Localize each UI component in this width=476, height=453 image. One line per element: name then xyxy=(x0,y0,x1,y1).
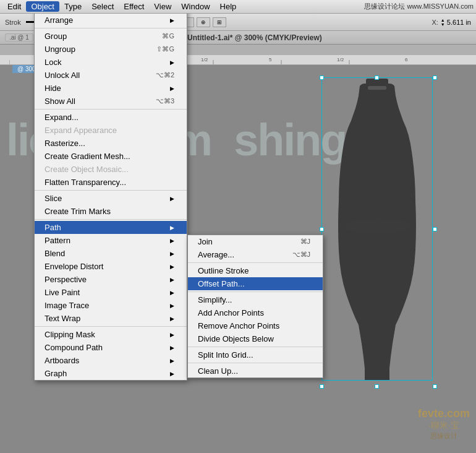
menu-item-create-trim-marks[interactable]: Create Trim Marks xyxy=(35,205,187,218)
menu-window[interactable]: Window xyxy=(176,1,215,12)
site-watermark: 思缘设计论坛 www.MISSYUAN.com xyxy=(364,2,474,11)
svg-point-14 xyxy=(343,218,411,233)
menu-type[interactable]: Type xyxy=(59,1,87,12)
svg-text:6: 6 xyxy=(405,57,408,63)
doc-tab-small[interactable]: .ai @ 1 xyxy=(9,34,29,41)
svg-rect-13 xyxy=(368,86,386,90)
menu-item-arrange[interactable]: Arrange xyxy=(35,14,187,27)
menu-item-rasterize[interactable]: Rasterize... xyxy=(35,137,187,150)
svg-text:5: 5 xyxy=(269,57,272,63)
menu-item-show-all[interactable]: Show All ⌥⌘3 xyxy=(35,95,187,108)
menu-item-group[interactable]: Group ⌘G xyxy=(35,30,187,43)
menu-item-expand-appearance[interactable]: Expand Appearance xyxy=(35,124,187,137)
svg-text:1/2: 1/2 xyxy=(337,57,344,63)
menu-item-pattern[interactable]: Pattern xyxy=(35,234,187,247)
menu-item-expand[interactable]: Expand... xyxy=(35,111,187,124)
menu-item-live-paint[interactable]: Live Paint xyxy=(35,286,187,299)
menu-item-ungroup[interactable]: Ungroup ⇧⌘G xyxy=(35,43,187,56)
menu-object[interactable]: Object xyxy=(26,1,59,12)
menu-item-flatten-transparency[interactable]: Flatten Transparency... xyxy=(35,176,187,189)
stroke-label: Strok xyxy=(5,19,21,26)
menu-help[interactable]: Help xyxy=(215,1,242,12)
menu-item-artboards[interactable]: Artboards xyxy=(35,354,187,367)
menu-edit[interactable]: Edit xyxy=(2,1,26,12)
menu-item-slice[interactable]: Slice xyxy=(35,192,187,205)
menu-item-path[interactable]: Path xyxy=(35,221,187,234)
menu-item-perspective[interactable]: Perspective xyxy=(35,273,187,286)
menu-item-create-object-mosaic[interactable]: Create Object Mosaic... xyxy=(35,163,187,176)
menu-item-unlock-all[interactable]: Unlock All ⌥⌘2 xyxy=(35,69,187,82)
object-menu: Transform Arrange Group ⌘G Ungroup ⇧⌘G L… xyxy=(34,0,187,381)
x-label: X: xyxy=(431,19,438,26)
bottle-svg xyxy=(315,77,439,387)
menu-item-clipping-mask[interactable]: Clipping Mask xyxy=(35,328,187,341)
menu-view[interactable]: View xyxy=(149,1,176,12)
window-title: Untitled-1.ai* @ 300% (CMYK/Preview) xyxy=(187,33,322,42)
menu-item-text-wrap[interactable]: Text Wrap xyxy=(35,312,187,325)
bottle-illustration xyxy=(315,77,439,387)
menu-select[interactable]: Select xyxy=(87,1,119,12)
menu-item-envelope-distort[interactable]: Envelope Distort xyxy=(35,260,187,273)
menu-item-hide[interactable]: Hide xyxy=(35,82,187,95)
menu-item-graph[interactable]: Graph xyxy=(35,367,187,380)
svg-text:1/2: 1/2 xyxy=(201,57,208,63)
menu-bar: Edit Object Type Select Effect View Wind… xyxy=(0,0,476,14)
menu-effect[interactable]: Effect xyxy=(119,1,149,12)
menu-item-compound-path[interactable]: Compound Path xyxy=(35,341,187,354)
watermark: fevte.com ·聊米·宝 思缘设计 xyxy=(418,407,470,441)
menu-item-image-trace[interactable]: Image Trace xyxy=(35,299,187,312)
menu-item-blend[interactable]: Blend xyxy=(35,247,187,260)
menu-item-create-gradient-mesh[interactable]: Create Gradient Mesh... xyxy=(35,150,187,163)
menu-item-lock[interactable]: Lock xyxy=(35,56,187,69)
x-value: 5.611 in xyxy=(447,19,471,26)
path-submenu: Join ⌘J Average... ⌥⌘J Outline Stroke Of… xyxy=(187,235,323,378)
